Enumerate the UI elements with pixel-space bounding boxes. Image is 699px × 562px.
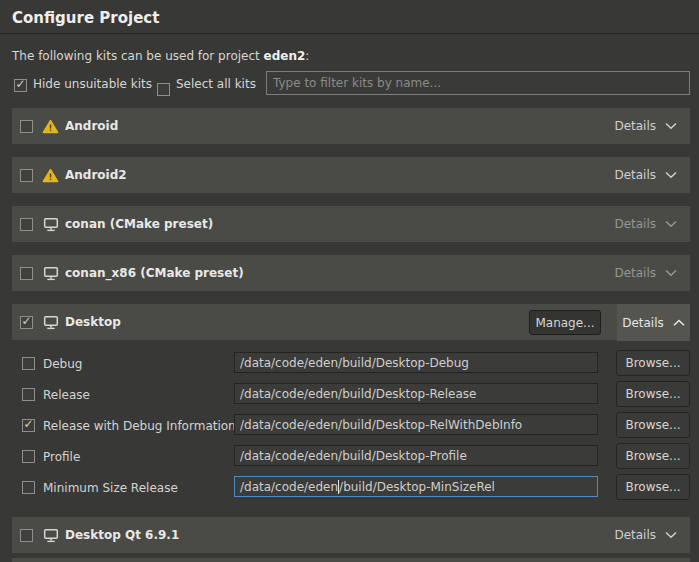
config-checkbox[interactable]	[22, 450, 35, 463]
build-dir-input-profile[interactable]	[234, 445, 598, 466]
kit-checkbox[interactable]	[20, 529, 33, 542]
details-label: Details	[614, 217, 656, 231]
kit-name: conan_x86 (CMake preset)	[65, 266, 244, 280]
checkmark-icon: ✓	[21, 315, 31, 328]
details-toggle[interactable]: Details	[614, 108, 677, 144]
hide-unsuitable-label: Hide unsuitable kits	[33, 77, 152, 91]
browse-button[interactable]: Browse...	[616, 381, 690, 407]
browse-button[interactable]: Browse...	[616, 443, 690, 469]
details-label: Details	[614, 266, 656, 280]
warning-icon	[42, 168, 59, 183]
details-toggle[interactable]: Details	[614, 206, 677, 242]
details-toggle[interactable]: Details	[614, 517, 677, 553]
next-kit-row-partial	[12, 558, 690, 562]
config-checkbox[interactable]: ✓	[22, 419, 35, 432]
kit-filter-input[interactable]	[266, 71, 690, 95]
config-checkbox[interactable]	[22, 357, 35, 370]
browse-button[interactable]: Browse...	[616, 474, 690, 500]
config-checkbox[interactable]	[22, 481, 35, 494]
details-label: Details	[614, 168, 656, 182]
config-row-profile: Profile Browse...	[12, 441, 690, 472]
details-label: Details	[614, 528, 656, 542]
chevron-down-icon	[665, 122, 677, 130]
browse-button[interactable]: Browse...	[616, 412, 690, 438]
path-text-after-caret: /build/Desktop-MinSizeRel	[339, 480, 495, 494]
kit-row-android2: Android2 Details	[12, 157, 690, 193]
kit-checkbox[interactable]	[20, 218, 33, 231]
config-label: Minimum Size Release	[43, 481, 178, 495]
kit-name: Android	[65, 119, 118, 133]
kit-checkbox[interactable]	[20, 169, 33, 182]
details-label: Details	[622, 316, 664, 330]
kit-checkbox[interactable]: ✓	[20, 316, 33, 329]
kit-row-desktop-qt: Desktop Qt 6.9.1 Details	[12, 517, 690, 553]
page-title: Configure Project	[12, 9, 159, 27]
monitor-icon	[42, 528, 59, 543]
config-row-release: Release Browse...	[12, 379, 690, 410]
chevron-down-icon	[665, 171, 677, 179]
config-row-minsizerel: Minimum Size Release /data/code/eden/bui…	[12, 472, 690, 503]
kit-row-android: Android Details	[12, 108, 690, 144]
intro-prefix: The following kits can be used for proje…	[12, 49, 264, 63]
project-name: eden2	[264, 49, 306, 63]
config-label: Release with Debug Information	[43, 419, 236, 433]
kit-row-desktop: ✓ Desktop Manage... Details	[12, 304, 690, 340]
kit-name: Android2	[65, 168, 127, 182]
chevron-up-icon	[673, 319, 685, 327]
warning-icon	[42, 119, 59, 134]
checkmark-icon: ✓	[23, 418, 33, 431]
kit-checkbox[interactable]	[20, 267, 33, 280]
kit-checkbox[interactable]	[20, 120, 33, 133]
monitor-icon	[42, 266, 59, 281]
config-checkbox[interactable]	[22, 388, 35, 401]
build-dir-input-debug[interactable]	[234, 352, 598, 373]
title-divider	[0, 33, 699, 34]
hide-unsuitable-checkbox[interactable]: ✓	[14, 77, 27, 92]
chevron-down-icon	[665, 531, 677, 539]
monitor-icon	[42, 315, 59, 330]
intro-text: The following kits can be used for proje…	[12, 49, 309, 63]
kit-name: Desktop	[65, 315, 121, 329]
config-row-debug: Debug Browse...	[12, 348, 690, 379]
chevron-down-icon	[665, 269, 677, 277]
select-all-checkbox[interactable]	[157, 77, 170, 96]
build-dir-input-minsizerel[interactable]: /data/code/eden/build/Desktop-MinSizeRel	[234, 476, 598, 497]
build-dir-input-release[interactable]	[234, 383, 598, 404]
monitor-icon	[42, 217, 59, 232]
checkmark-icon: ✓	[15, 78, 25, 91]
config-row-relwithdebinfo: ✓ Release with Debug Information Browse.…	[12, 410, 690, 441]
chevron-down-icon	[665, 220, 677, 228]
kit-name: conan (CMake preset)	[65, 217, 213, 231]
config-label: Profile	[43, 450, 80, 464]
intro-suffix: :	[305, 49, 309, 63]
kit-name: Desktop Qt 6.9.1	[65, 528, 179, 542]
details-toggle[interactable]: Details	[614, 255, 677, 291]
config-label: Debug	[43, 357, 82, 371]
browse-button[interactable]: Browse...	[616, 350, 690, 376]
details-label: Details	[614, 119, 656, 133]
config-label: Release	[43, 388, 90, 402]
manage-button[interactable]: Manage...	[529, 310, 601, 335]
details-toggle-expanded[interactable]: Details	[617, 304, 690, 341]
configure-project-page: Configure Project The following kits can…	[0, 0, 699, 562]
path-text-before-caret: /data/code/eden	[240, 480, 338, 494]
kit-row-conan-x86: conan_x86 (CMake preset) Details	[12, 255, 690, 291]
kit-row-conan: conan (CMake preset) Details	[12, 206, 690, 242]
details-toggle[interactable]: Details	[614, 157, 677, 193]
select-all-label: Select all kits	[176, 77, 256, 91]
build-dir-input-relwithdebinfo[interactable]	[234, 414, 598, 435]
